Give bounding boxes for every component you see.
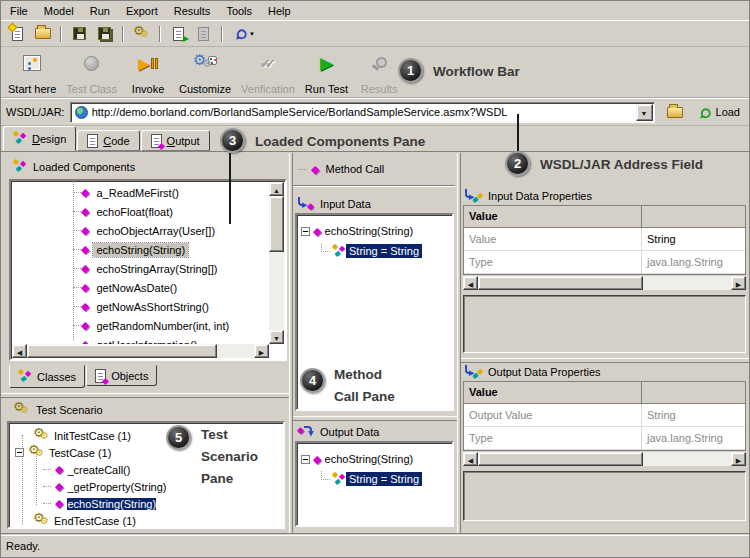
tab-objects[interactable]: Objects (86, 365, 157, 386)
scrollbar-track[interactable] (217, 344, 254, 358)
pane-splitter[interactable] (461, 358, 749, 363)
scroll-right-button[interactable] (254, 344, 269, 358)
scrollbar-thumb[interactable] (27, 344, 217, 358)
tree-item-selected[interactable]: echoString(String) (15, 495, 283, 512)
loaded-components-header: Loaded Components (13, 160, 135, 173)
address-dropdown-button[interactable] (636, 104, 653, 121)
tree-item[interactable]: echoFloat(float) (81, 202, 285, 221)
menu-tools[interactable]: Tools (218, 3, 260, 19)
expander-minus-icon[interactable] (301, 455, 310, 464)
annotation-label-5-line1: Test (201, 427, 228, 442)
update-tools-button[interactable]: ▼ (228, 23, 262, 45)
horizontal-scrollbar[interactable] (463, 452, 746, 466)
settings-button[interactable] (129, 23, 154, 45)
tree-item[interactable]: _getProperty(String) (15, 478, 283, 495)
vertical-scrollbar[interactable] (269, 182, 284, 344)
save-all-icon (98, 27, 111, 40)
export-report-button[interactable] (166, 23, 191, 45)
tree-item[interactable]: getRandomNumber(int, int) (81, 316, 285, 335)
scroll-left-button[interactable] (463, 452, 478, 466)
scenario-tree-list: InitTestCase (1) TestCase (1) _createCal… (9, 423, 283, 529)
workflow-customize-button[interactable]: Customize (174, 50, 236, 95)
annotation-label-2: WSDL/JAR Address Field (540, 157, 703, 172)
scroll-right-button[interactable] (731, 452, 746, 466)
scroll-arrow-icon (468, 277, 473, 289)
tree-item[interactable]: echoString(String) (301, 221, 452, 241)
tree-item[interactable]: echoObjectArray(User[]) (81, 221, 285, 240)
expander-minus-icon[interactable] (301, 227, 310, 236)
menu-help[interactable]: Help (260, 3, 299, 19)
load-button[interactable]: Load (695, 104, 744, 121)
tree-item[interactable]: InitTestCase (1) (15, 427, 283, 444)
method-call-title: Method Call (325, 163, 384, 175)
scrollbar-track[interactable] (643, 276, 731, 290)
new-document-button[interactable] (5, 23, 30, 45)
save-all-button[interactable] (92, 23, 117, 45)
workflow-start-here-button[interactable]: Start here (3, 50, 61, 95)
tab-design[interactable]: Design (3, 126, 76, 151)
tree-item-selected[interactable]: String = String (321, 469, 452, 489)
toolbar-separator (221, 26, 223, 42)
horizontal-scrollbar[interactable] (463, 276, 746, 290)
property-name: Type (464, 251, 642, 273)
menu-model[interactable]: Model (36, 3, 82, 19)
tree-item[interactable]: EndTestCase (1) (15, 512, 283, 529)
wsdl-address-value[interactable]: http://demo.borland.com/BorlandSampleSer… (92, 106, 636, 118)
workflow-run-test-button[interactable]: Run Test (300, 50, 353, 95)
scroll-left-button[interactable] (463, 276, 478, 290)
method-icon (81, 282, 89, 293)
expander-minus-icon[interactable] (15, 448, 24, 457)
tree-item[interactable]: echoString(String) (301, 449, 452, 469)
scroll-right-button[interactable] (731, 276, 746, 290)
browse-wsdl-button[interactable] (663, 101, 687, 123)
save-button[interactable] (67, 23, 92, 45)
classes-tab-icon (18, 370, 32, 383)
tab-code[interactable]: Code (77, 130, 139, 151)
pane-splitter[interactable] (293, 416, 457, 421)
tree-item[interactable]: getNowAsShortString() (81, 297, 285, 316)
properties-pane: Input Data Properties Value Value String… (461, 153, 749, 533)
method-icon (55, 498, 63, 509)
scrollbar-track[interactable] (643, 452, 731, 466)
tab-output[interactable]: Output (141, 130, 210, 151)
property-value[interactable]: String (642, 228, 745, 250)
test-gears-icon (33, 514, 50, 528)
scroll-arrow-icon (736, 277, 741, 289)
tree-item-label: echoString(String) (67, 498, 156, 510)
scrollbar-thumb[interactable] (478, 452, 643, 466)
results-icon (371, 56, 387, 71)
menu-file[interactable]: File (2, 3, 36, 19)
tree-item[interactable]: a_ReadMeFirst() (81, 183, 285, 202)
wsdl-address-combobox[interactable]: http://demo.borland.com/BorlandSampleSer… (70, 102, 655, 123)
menu-run[interactable]: Run (82, 3, 118, 19)
workflow-invoke-button[interactable]: Invoke (122, 50, 174, 95)
scrollbar-track[interactable] (269, 252, 284, 330)
scrollbar-thumb[interactable] (269, 196, 284, 252)
scrollbar-thumb[interactable] (478, 276, 643, 290)
tree-item[interactable]: echoStringArray(String[]) (81, 259, 285, 278)
tree-item-selected[interactable]: String = String (321, 241, 452, 261)
method-call-header: Method Call (299, 163, 384, 175)
scroll-up-button[interactable] (269, 182, 284, 196)
divider (293, 185, 455, 187)
tree-item-label: echoString(String) (93, 243, 188, 257)
menu-results[interactable]: Results (166, 3, 219, 19)
dropdown-arrow-icon[interactable]: ▼ (249, 31, 255, 37)
workflow-button-label: Test Class (66, 83, 117, 95)
load-button-label: Load (716, 106, 740, 118)
tree-item[interactable]: getNowAsDate() (81, 278, 285, 297)
horizontal-scrollbar[interactable] (12, 344, 269, 358)
tab-classes[interactable]: Classes (9, 365, 85, 388)
menu-export[interactable]: Export (118, 3, 166, 19)
status-text: Ready. (6, 540, 40, 552)
scroll-left-button[interactable] (12, 344, 27, 358)
open-button[interactable] (30, 23, 55, 45)
test-scenario-header: Test Scenario (13, 403, 103, 417)
tree-item-selected[interactable]: echoString(String) (81, 240, 285, 259)
callout-line-3 (229, 153, 231, 224)
pane-splitter[interactable] (1, 393, 289, 398)
scroll-down-button[interactable] (269, 330, 284, 344)
input-properties-table: Value Value String Type java.lang.String (463, 205, 746, 275)
input-properties-header: Input Data Properties (464, 189, 592, 203)
column-header-empty (642, 382, 745, 403)
